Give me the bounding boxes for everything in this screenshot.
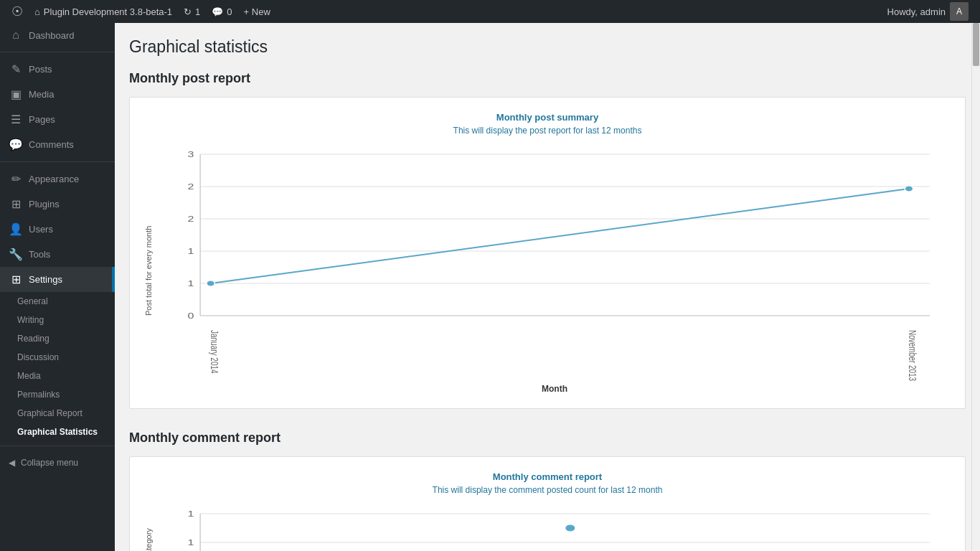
settings-icon: ⊞ [9,273,23,286]
page-wrap: ⌂ Dashboard ✎ Posts ▣ Media ☰ Pages 💬 Co… [0,23,980,551]
post-chart-subtitle: This will display the post report for la… [144,126,951,136]
users-icon: 👤 [9,222,23,236]
howdy-text: Howdy, admin [887,6,946,17]
sub-item-general[interactable]: General [0,292,115,311]
sidebar-item-posts-label: Posts [29,64,52,75]
updates-button[interactable]: ↻ 1 [178,0,206,23]
svg-text:January 2014: January 2014 [208,330,220,374]
wp-logo-button[interactable]: ☉ [6,0,29,23]
comment-line-chart: 1 1 1 0 0 [159,507,951,551]
sub-item-media[interactable]: Media [0,367,115,385]
avatar: A [950,2,969,21]
sidebar-item-plugins[interactable]: ⊞ Plugins [0,192,115,217]
sidebar-item-posts[interactable]: ✎ Posts [0,57,115,82]
svg-text:2: 2 [188,215,194,223]
sidebar-item-dashboard[interactable]: ⌂ Dashboard [0,23,115,47]
svg-text:1: 1 [188,509,194,518]
new-content-button[interactable]: + New [238,0,276,23]
sidebar-item-settings-label: Settings [29,274,62,285]
sidebar-item-settings[interactable]: ⊞ Settings [0,267,115,292]
sidebar-item-dashboard-label: Dashboard [29,30,75,41]
svg-point-18 [905,186,913,192]
sidebar-item-tools-label: Tools [29,249,50,260]
svg-text:2: 2 [188,182,194,191]
home-icon: ⌂ [34,6,40,17]
post-x-axis-title: Month [159,384,951,394]
settings-submenu: General Writing Reading Discussion Media… [0,292,115,441]
sidebar-item-plugins-label: Plugins [29,199,60,209]
svg-text:1: 1 [188,247,194,255]
post-chart-area: 3 2 2 1 1 0 January 2014 November 2013 [159,147,951,394]
comment-report-title: Monthly comment report [129,430,966,446]
sidebar-divider-3 [0,446,115,446]
svg-text:3: 3 [188,150,194,159]
sub-item-permalinks[interactable]: Permalinks [0,385,115,404]
post-report-title: Monthly post report [129,71,966,86]
comment-report-chart-container: Monthly comment report This will display… [129,456,966,551]
sub-item-reading[interactable]: Reading [0,329,115,348]
sub-item-graphical-statistics[interactable]: Graphical Statistics [0,423,115,441]
comments-count: 0 [227,6,232,17]
svg-text:November 2013: November 2013 [906,330,918,381]
post-chart-title: Monthly post summary [144,112,951,123]
svg-text:1: 1 [188,538,194,547]
howdy-menu[interactable]: Howdy, admin A [882,2,974,21]
posts-icon: ✎ [9,62,23,76]
media-icon: ▣ [9,88,23,101]
svg-text:0: 0 [188,311,194,320]
comments-button[interactable]: 💬 0 [206,0,237,23]
appearance-icon: ✏ [9,172,23,186]
site-name-button[interactable]: ⌂ Plugin Development 3.8-beta-1 [29,0,178,23]
sidebar: ⌂ Dashboard ✎ Posts ▣ Media ☰ Pages 💬 Co… [0,23,115,551]
plugins-icon: ⊞ [9,197,23,211]
tools-icon: 🔧 [9,248,23,261]
pages-icon: ☰ [9,113,23,126]
comment-chart-area: 1 1 1 0 0 [159,507,951,551]
comment-chart-subtitle: This will display the comment posted cou… [144,485,951,495]
dashboard-icon: ⌂ [9,29,23,42]
scrollbar-thumb[interactable] [973,23,979,66]
comments-nav-icon: 💬 [9,138,23,151]
page-title: Graphical statistics [129,37,966,57]
svg-line-16 [211,189,909,283]
comment-y-axis-label: post count for each category [144,507,159,551]
sidebar-item-appearance[interactable]: ✏ Appearance [0,166,115,192]
admin-bar: ☉ ⌂ Plugin Development 3.8-beta-1 ↻ 1 💬 … [0,0,980,23]
sidebar-item-pages-label: Pages [29,114,55,125]
sidebar-item-comments[interactable]: 💬 Comments [0,132,115,157]
sidebar-item-pages[interactable]: ☰ Pages [0,107,115,132]
collapse-menu-button[interactable]: ◀ Collapse menu [0,451,115,475]
comment-chart-wrapper: post count for each category 1 [144,507,951,551]
sidebar-item-tools[interactable]: 🔧 Tools [0,242,115,267]
svg-point-17 [207,281,215,286]
admin-bar-right: Howdy, admin A [882,2,974,21]
comment-chart-title: Monthly comment report [144,471,951,482]
post-chart-wrapper: Post total for every month [144,147,951,394]
updates-count: 1 [195,6,200,17]
updates-icon: ↻ [184,6,192,17]
sidebar-divider-1 [0,52,115,52]
sidebar-item-media-label: Media [29,89,54,100]
svg-text:1: 1 [188,279,194,288]
post-y-axis-label: Post total for every month [144,147,159,394]
comments-icon: 💬 [212,6,223,17]
wp-icon: ☉ [11,4,23,19]
collapse-label: Collapse menu [21,458,78,468]
sidebar-divider-2 [0,161,115,162]
sidebar-item-appearance-label: Appearance [29,174,79,184]
sub-item-graphical-report[interactable]: Graphical Report [0,404,115,423]
post-report-chart-container: Monthly post summary This will display t… [129,97,966,409]
post-line-chart: 3 2 2 1 1 0 January 2014 November 2013 [159,147,951,348]
sidebar-item-users[interactable]: 👤 Users [0,217,115,242]
site-name-label: Plugin Development 3.8-beta-1 [44,6,172,17]
sub-item-discussion[interactable]: Discussion [0,348,115,367]
collapse-icon: ◀ [9,458,15,468]
main-content: Graphical statistics Monthly post report… [115,23,980,551]
sidebar-item-users-label: Users [29,224,53,235]
svg-point-31 [566,525,575,531]
scrollbar-track[interactable] [971,23,980,551]
new-label: + New [244,6,270,17]
sidebar-item-comments-label: Comments [29,139,74,150]
sub-item-writing[interactable]: Writing [0,311,115,329]
sidebar-item-media[interactable]: ▣ Media [0,82,115,107]
